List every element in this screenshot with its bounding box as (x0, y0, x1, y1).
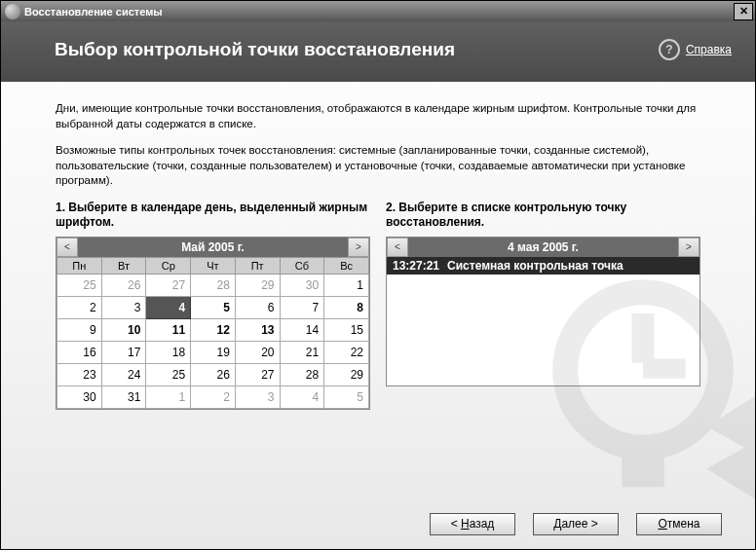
chevron-left-icon: < (395, 241, 400, 252)
intro-paragraph-1: Дни, имеющие контрольные точки восстанов… (56, 101, 700, 131)
back-button[interactable]: < Назад (430, 513, 515, 535)
calendar-day-cell[interactable]: 28 (280, 363, 324, 385)
calendar-day-cell[interactable]: 12 (191, 318, 236, 341)
calendar-weekday-header: Чт (191, 257, 236, 274)
help-link[interactable]: Справка (686, 43, 732, 56)
calendar-day-cell[interactable]: 22 (324, 341, 369, 363)
next-button[interactable]: Далее > (533, 513, 619, 535)
page-title: Выбор контрольной точки восстановления (55, 39, 659, 60)
calendar-day-cell[interactable]: 24 (101, 363, 146, 385)
calendar-day-cell[interactable]: 1 (146, 385, 191, 408)
restore-point-date-label: 4 мая 2005 г. (408, 240, 678, 254)
calendar-day-cell[interactable]: 4 (146, 296, 191, 318)
calendar-weekday-header: Вс (324, 257, 369, 274)
steps-row: 1. Выберите в календаре день, выделенный… (56, 201, 700, 410)
calendar-day-cell[interactable]: 26 (191, 363, 236, 385)
calendar-day-cell[interactable]: 30 (57, 385, 102, 408)
calendar-day-cell[interactable]: 11 (146, 318, 191, 341)
calendar-prev-button[interactable]: < (57, 238, 78, 257)
chevron-right-icon: > (356, 241, 361, 252)
step1-column: 1. Выберите в календаре день, выделенный… (56, 201, 370, 410)
calendar-day-cell[interactable]: 3 (235, 385, 280, 408)
restore-point-time: 13:27:21 (393, 259, 439, 273)
svg-rect-3 (622, 448, 664, 488)
calendar-day-cell[interactable]: 21 (280, 341, 324, 363)
calendar-day-cell[interactable]: 25 (57, 274, 102, 296)
restore-point-items: 13:27:21Системная контрольная точка (387, 257, 699, 275)
restore-point-list: < 4 мая 2005 г. > 13:27:21Системная конт… (386, 237, 700, 386)
calendar-day-cell[interactable]: 29 (235, 274, 280, 296)
app-icon (5, 4, 20, 19)
step2-label: 2. Выберите в списке контрольную точку в… (386, 201, 700, 231)
calendar-day-cell[interactable]: 18 (146, 341, 191, 363)
calendar-weekday-header: Пт (235, 257, 280, 274)
calendar-month-label: Май 2005 г. (78, 240, 348, 254)
restore-point-desc: Системная контрольная точка (447, 259, 624, 273)
calendar-day-cell[interactable]: 26 (101, 274, 146, 296)
calendar-day-cell[interactable]: 17 (101, 341, 146, 363)
calendar-day-cell[interactable]: 29 (324, 363, 369, 385)
intro-paragraph-2: Возможные типы контрольных точек восстан… (56, 143, 700, 189)
header-band: Выбор контрольной точки восстановления ?… (1, 21, 755, 82)
date-next-button[interactable]: > (678, 238, 699, 257)
calendar-day-cell[interactable]: 23 (57, 363, 102, 385)
calendar-weekday-header: Пн (57, 257, 102, 274)
calendar-grid: ПнВтСрЧтПтСбВс 2526272829301234567891011… (57, 257, 369, 409)
calendar-day-cell[interactable]: 4 (280, 385, 324, 408)
calendar-day-cell[interactable]: 8 (324, 296, 369, 318)
close-icon: ✕ (739, 6, 748, 17)
calendar-day-cell[interactable]: 5 (191, 296, 236, 318)
content-area: Дни, имеющие контрольные точки восстанов… (1, 82, 755, 410)
calendar-day-cell[interactable]: 30 (280, 274, 324, 296)
window: Восстановление системы ✕ Выбор контрольн… (0, 0, 756, 550)
calendar-weekday-header: Ср (146, 257, 191, 274)
chevron-left-icon: < (64, 241, 70, 252)
chevron-right-icon: > (686, 241, 692, 252)
calendar-day-cell[interactable]: 31 (101, 385, 146, 408)
calendar-next-button[interactable]: > (348, 238, 369, 257)
step2-column: 2. Выберите в списке контрольную точку в… (386, 201, 700, 410)
calendar: < Май 2005 г. > ПнВтСрЧтПтСбВс 252627282… (56, 237, 370, 410)
calendar-day-cell[interactable]: 1 (324, 274, 369, 296)
calendar-weekday-header: Сб (280, 257, 324, 274)
help-icon[interactable]: ? (659, 39, 680, 60)
restore-point-header: < 4 мая 2005 г. > (387, 238, 699, 257)
close-button[interactable]: ✕ (734, 3, 753, 20)
calendar-day-cell[interactable]: 16 (57, 341, 102, 363)
calendar-day-cell[interactable]: 2 (57, 296, 102, 318)
window-title: Восстановление системы (24, 6, 734, 18)
calendar-day-cell[interactable]: 5 (324, 385, 369, 408)
calendar-day-cell[interactable]: 27 (146, 274, 191, 296)
calendar-header: < Май 2005 г. > (57, 238, 369, 257)
titlebar: Восстановление системы ✕ (1, 1, 755, 21)
calendar-day-cell[interactable]: 15 (324, 318, 369, 341)
calendar-weekday-header: Вт (101, 257, 146, 274)
calendar-day-cell[interactable]: 6 (235, 296, 280, 318)
calendar-day-cell[interactable]: 27 (235, 363, 280, 385)
calendar-day-cell[interactable]: 7 (280, 296, 324, 318)
footer-buttons: < Назад Далее > Отмена (430, 513, 722, 535)
calendar-day-cell[interactable]: 20 (235, 341, 280, 363)
calendar-day-cell[interactable]: 13 (235, 318, 280, 341)
date-prev-button[interactable]: < (387, 238, 408, 257)
cancel-button[interactable]: Отмена (636, 513, 722, 535)
calendar-day-cell[interactable]: 19 (191, 341, 236, 363)
calendar-day-cell[interactable]: 9 (57, 318, 102, 341)
calendar-day-cell[interactable]: 14 (280, 318, 324, 341)
calendar-day-cell[interactable]: 3 (101, 296, 146, 318)
calendar-day-cell[interactable]: 10 (101, 318, 146, 341)
calendar-day-cell[interactable]: 28 (191, 274, 236, 296)
step1-label: 1. Выберите в календаре день, выделенный… (56, 201, 370, 231)
calendar-day-cell[interactable]: 25 (146, 363, 191, 385)
calendar-day-cell[interactable]: 2 (191, 385, 236, 408)
restore-point-item[interactable]: 13:27:21Системная контрольная точка (387, 257, 699, 275)
